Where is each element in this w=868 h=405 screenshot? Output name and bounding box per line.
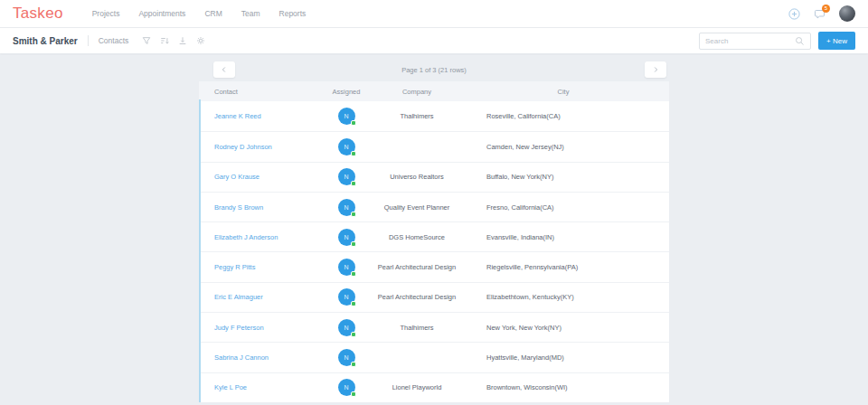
assigned-avatar[interactable]: N: [338, 379, 355, 396]
contact-link[interactable]: Judy F Peterson: [214, 324, 264, 332]
assigned-avatar[interactable]: N: [338, 319, 355, 336]
city-cell: Riegelsville, Pennsylvania(PA): [458, 263, 669, 271]
nav-item-reports[interactable]: Reports: [279, 9, 307, 18]
table-row: Eric E Almaguer N Pearl Architectural De…: [199, 282, 669, 312]
avatar-letter: N: [344, 174, 348, 180]
top-navbar: Taskeo Projects Appointments CRM Team Re…: [0, 0, 868, 28]
column-header-assigned[interactable]: Assigned: [316, 88, 376, 96]
assigned-avatar[interactable]: N: [338, 138, 355, 155]
table-row: Jeanne K Reed N Thalhimers Roseville, Ca…: [199, 101, 669, 131]
notifications-icon[interactable]: 5: [814, 8, 826, 20]
contact-link[interactable]: Jeanne K Reed: [214, 112, 261, 120]
chevron-right-icon: [651, 65, 660, 74]
new-button[interactable]: + New: [818, 32, 855, 50]
contact-link[interactable]: Peggy R Pitts: [214, 263, 255, 271]
contact-link[interactable]: Sabrina J Cannon: [214, 353, 269, 362]
assigned-cell: N: [316, 319, 376, 336]
online-status-dot: [351, 181, 356, 186]
avatar-letter: N: [344, 113, 348, 119]
main-nav: Projects Appointments CRM Team Reports: [92, 9, 307, 18]
online-status-dot: [351, 271, 356, 277]
contact-cell: Gary O Krause: [199, 173, 316, 181]
search-icon[interactable]: [795, 36, 805, 46]
city-cell: Buffalo, New York(NY): [458, 173, 669, 181]
contact-cell: Peggy R Pitts: [199, 263, 316, 271]
nav-item-crm[interactable]: CRM: [204, 9, 222, 18]
contact-cell: Judy F Peterson: [199, 324, 316, 332]
quick-add-icon[interactable]: [788, 8, 800, 20]
company-cell: Thalhimers: [376, 112, 458, 120]
company-cell: Pearl Architectural Design: [376, 263, 458, 271]
assigned-cell: N: [316, 379, 376, 396]
table-row: Brandy S Brown N Quality Event Planner F…: [199, 192, 669, 221]
company-cell: Lionel Playworld: [376, 383, 458, 391]
city-cell: Hyattsville, Maryland(MD): [458, 353, 669, 362]
assigned-avatar[interactable]: N: [338, 199, 355, 216]
toolbar: Smith & Parker Contacts: [0, 28, 868, 53]
assigned-avatar[interactable]: N: [338, 288, 355, 306]
online-status-dot: [351, 391, 356, 397]
avatar-letter: N: [344, 325, 348, 331]
table-header: Contact Assigned Company City: [199, 81, 669, 101]
filter-icon[interactable]: [142, 36, 151, 45]
account-name: Smith & Parker: [13, 36, 78, 46]
settings-icon[interactable]: [196, 36, 205, 45]
nav-item-team[interactable]: Team: [241, 9, 260, 18]
column-header-contact[interactable]: Contact: [199, 88, 316, 96]
contact-link[interactable]: Gary O Krause: [214, 173, 259, 181]
avatar-letter: N: [344, 294, 348, 300]
content-area: Page 1 of 3 (21 rows) Contact Assigned C…: [0, 60, 868, 405]
online-status-dot: [351, 362, 356, 367]
contact-link[interactable]: Elizabeth J Anderson: [214, 233, 278, 241]
nav-item-projects[interactable]: Projects: [92, 9, 120, 18]
table-row: Elizabeth J Anderson N DGS HomeSource Ev…: [199, 221, 669, 251]
column-header-company[interactable]: Company: [376, 88, 458, 96]
city-cell: New York, New York(NY): [458, 324, 669, 332]
view-label-contacts[interactable]: Contacts: [99, 36, 129, 45]
city-cell: Browntown, Wisconsin(WI): [458, 383, 669, 391]
search-input[interactable]: [705, 37, 795, 45]
chevron-left-icon: [220, 65, 229, 74]
company-cell: DGS HomeSource: [376, 233, 458, 241]
pagination-bar: Page 1 of 3 (21 rows): [199, 60, 669, 80]
contact-cell: Elizabeth J Anderson: [199, 233, 316, 241]
nav-item-appointments[interactable]: Appointments: [138, 9, 185, 18]
download-icon[interactable]: [178, 36, 187, 45]
table-row: Judy F Peterson N Thalhimers New York, N…: [199, 312, 669, 342]
contact-link[interactable]: Kyle L Poe: [214, 383, 247, 391]
toolbar-right: + New: [699, 32, 855, 50]
table-row: Sabrina J Cannon N Hyattsville, Maryland…: [199, 342, 669, 372]
view-tools: [142, 36, 205, 45]
sort-icon[interactable]: [160, 36, 169, 45]
table-row: Kyle L Poe N Lionel Playworld Browntown,…: [199, 372, 669, 402]
contact-link[interactable]: Rodney D Johnson: [214, 143, 272, 151]
avatar-letter: N: [344, 264, 348, 270]
city-cell: Evansville, Indiana(IN): [458, 233, 669, 241]
assigned-avatar[interactable]: N: [338, 349, 355, 366]
online-status-dot: [351, 241, 356, 247]
assigned-avatar[interactable]: N: [338, 259, 355, 276]
assigned-avatar[interactable]: N: [338, 229, 355, 246]
table-row: Peggy R Pitts N Pearl Architectural Desi…: [199, 251, 669, 281]
avatar-letter: N: [344, 144, 348, 150]
app-logo[interactable]: Taskeo: [13, 5, 63, 23]
contact-link[interactable]: Brandy S Brown: [214, 203, 263, 212]
table-row: Rodney D Johnson N Camden, New Jersey(NJ…: [199, 131, 669, 161]
next-page-button[interactable]: [645, 61, 666, 78]
contact-cell: Sabrina J Cannon: [199, 353, 316, 362]
online-status-dot: [351, 151, 356, 156]
assigned-avatar[interactable]: N: [338, 108, 355, 125]
online-status-dot: [351, 120, 356, 126]
prev-page-button[interactable]: [213, 61, 235, 78]
assigned-cell: N: [316, 288, 376, 306]
assigned-cell: N: [316, 168, 376, 185]
contact-cell: Brandy S Brown: [199, 203, 316, 212]
contact-cell: Rodney D Johnson: [199, 143, 316, 151]
assigned-avatar[interactable]: N: [338, 168, 355, 185]
avatar-letter: N: [344, 234, 348, 240]
company-cell: Thalhimers: [376, 324, 458, 332]
table-body: Jeanne K Reed N Thalhimers Roseville, Ca…: [199, 101, 669, 402]
contact-link[interactable]: Eric E Almaguer: [214, 293, 263, 301]
user-avatar[interactable]: [839, 5, 855, 22]
column-header-city[interactable]: City: [458, 88, 669, 96]
